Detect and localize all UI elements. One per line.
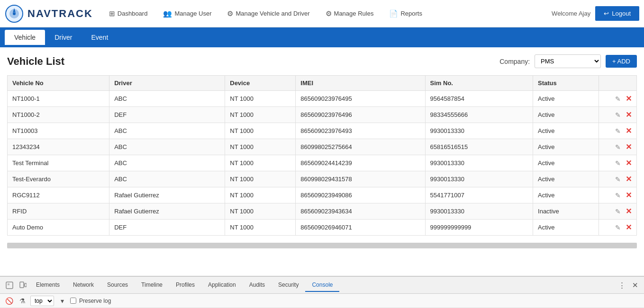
scroll-track-container xyxy=(0,243,644,248)
table-row: 12343234 ABC NT 1000 860998025275664 658… xyxy=(8,139,637,155)
cell-vehicle-no: Test Terminal xyxy=(8,155,109,171)
edit-button[interactable]: ✎ xyxy=(615,176,621,183)
edit-button[interactable]: ✎ xyxy=(615,95,621,103)
delete-button[interactable]: ✕ xyxy=(626,207,632,216)
nav-dashboard-label: Dashboard xyxy=(118,10,148,17)
cell-imei: 865609023976495 xyxy=(296,91,425,107)
table-row: Auto Demo DEF NT 1000 865609026946071 99… xyxy=(8,220,637,236)
table-row: NT10003 ABC NT 1000 865609023976493 9930… xyxy=(8,123,637,139)
nav-reports[interactable]: 📄 Reports xyxy=(382,7,429,21)
tab-event-label: Event xyxy=(91,34,109,41)
col-device: Device xyxy=(225,76,296,91)
edit-button[interactable]: ✎ xyxy=(615,143,621,151)
reports-icon: 📄 xyxy=(389,9,398,18)
cell-driver: ABC xyxy=(109,171,225,187)
cell-vehicle-no: Auto Demo xyxy=(8,220,109,236)
edit-button[interactable]: ✎ xyxy=(615,127,621,135)
cell-device: NT 1000 xyxy=(225,91,296,107)
cell-device: NT 1000 xyxy=(225,123,296,139)
navbar: NAVTRACK ⊞ Dashboard 👥 Manage User ⚙ Man… xyxy=(0,0,644,27)
horizontal-scrollbar[interactable] xyxy=(7,243,637,248)
nav-manage-rules[interactable]: ⚙ Manage Rules xyxy=(319,7,381,21)
cell-imei: 865609023976496 xyxy=(296,107,425,123)
edit-button[interactable]: ✎ xyxy=(615,192,621,199)
cell-actions: ✎ ✕ xyxy=(599,203,637,220)
vehicle-table: Vehicle No Driver Device IMEI Sim No. St… xyxy=(7,75,637,236)
logout-arrow-icon: ↩ xyxy=(604,10,609,17)
cell-driver: DEF xyxy=(109,107,225,123)
list-header: Vehicle List Company: PMS + ADD xyxy=(7,54,637,68)
cell-vehicle-no: RFID xyxy=(8,203,109,220)
delete-button[interactable]: ✕ xyxy=(626,110,632,119)
cell-status: Active xyxy=(533,139,599,155)
cell-actions: ✎ ✕ xyxy=(599,91,637,107)
tab-vehicle-label: Vehicle xyxy=(14,34,36,41)
cell-vehicle-no: NT1000-2 xyxy=(8,107,109,123)
cell-status: Active xyxy=(533,107,599,123)
company-select[interactable]: PMS xyxy=(535,54,601,68)
table-row: Test-Everardo ABC NT 1000 86099802943157… xyxy=(8,171,637,187)
table-scroll-area[interactable]: Vehicle No Driver Device IMEI Sim No. St… xyxy=(7,75,637,236)
edit-button[interactable]: ✎ xyxy=(615,224,621,231)
col-driver: Driver xyxy=(109,76,225,91)
cell-vehicle-no: NT1000-1 xyxy=(8,91,109,107)
edit-button[interactable]: ✎ xyxy=(615,208,621,215)
nav-manage-user[interactable]: 👥 Manage User xyxy=(156,7,218,21)
logout-button[interactable]: ↩ Logout xyxy=(595,6,639,21)
cell-device: NT 1000 xyxy=(225,187,296,203)
cell-sim-no: 9564587854 xyxy=(425,91,533,107)
cell-status: Active xyxy=(533,91,599,107)
edit-button[interactable]: ✎ xyxy=(615,111,621,119)
delete-button[interactable]: ✕ xyxy=(626,158,632,167)
tabs-bar: Vehicle Driver Event xyxy=(0,27,644,47)
cell-driver: Rafael Gutierrez xyxy=(109,187,225,203)
nav-dashboard[interactable]: ⊞ Dashboard xyxy=(102,7,154,21)
col-imei: IMEI xyxy=(296,76,425,91)
cell-vehicle-no: NT10003 xyxy=(8,123,109,139)
table-header: Vehicle No Driver Device IMEI Sim No. St… xyxy=(8,76,637,91)
delete-button[interactable]: ✕ xyxy=(626,191,632,200)
tab-vehicle[interactable]: Vehicle xyxy=(5,30,45,45)
cell-actions: ✎ ✕ xyxy=(599,123,637,139)
tab-driver[interactable]: Driver xyxy=(45,30,82,45)
cell-vehicle-no: RGC9112 xyxy=(8,187,109,203)
add-label: + ADD xyxy=(612,58,630,65)
manage-user-icon: 👥 xyxy=(163,9,172,18)
table-row: Test Terminal ABC NT 1000 86560902441423… xyxy=(8,155,637,171)
logo[interactable]: NAVTRACK xyxy=(5,4,93,23)
delete-button[interactable]: ✕ xyxy=(626,94,632,103)
delete-button[interactable]: ✕ xyxy=(626,175,632,184)
delete-button[interactable]: ✕ xyxy=(626,223,632,232)
welcome-text: Welcome Ajay xyxy=(552,10,590,17)
cell-device: NT 1000 xyxy=(225,155,296,171)
edit-button[interactable]: ✎ xyxy=(615,159,621,167)
delete-button[interactable]: ✕ xyxy=(626,126,632,135)
cell-driver: ABC xyxy=(109,155,225,171)
nav-reports-label: Reports xyxy=(400,10,422,17)
col-actions xyxy=(599,76,637,91)
logo-text: NAVTRACK xyxy=(27,8,93,20)
nav-links: ⊞ Dashboard 👥 Manage User ⚙ Manage Vehic… xyxy=(102,7,552,21)
tab-event[interactable]: Event xyxy=(82,30,118,45)
table-row: RGC9112 Rafael Gutierrez NT 1000 8656090… xyxy=(8,187,637,203)
cell-device: NT 1000 xyxy=(225,203,296,220)
cell-actions: ✎ ✕ xyxy=(599,107,637,123)
cell-sim-no: 9930013330 xyxy=(425,203,533,220)
nav-manage-vehicle[interactable]: ⚙ Manage Vehicle and Driver xyxy=(220,7,316,21)
delete-button[interactable]: ✕ xyxy=(626,142,632,151)
add-button[interactable]: + ADD xyxy=(606,55,637,68)
vehicle-tbody: NT1000-1 ABC NT 1000 865609023976495 956… xyxy=(8,91,637,236)
cell-sim-no: 5541771007 xyxy=(425,187,533,203)
manage-vehicle-icon: ⚙ xyxy=(227,9,233,18)
cell-vehicle-no: Test-Everardo xyxy=(8,171,109,187)
nav-manage-rules-label: Manage Rules xyxy=(334,10,374,17)
logo-icon xyxy=(5,4,24,23)
cell-device: NT 1000 xyxy=(225,139,296,155)
header-right: Company: PMS + ADD xyxy=(499,54,637,68)
cell-driver: ABC xyxy=(109,123,225,139)
svg-point-2 xyxy=(13,12,16,15)
cell-device: NT 1000 xyxy=(225,107,296,123)
cell-sim-no: 9930013330 xyxy=(425,123,533,139)
cell-sim-no: 999999999999 xyxy=(425,220,533,236)
cell-imei: 860998025275664 xyxy=(296,139,425,155)
